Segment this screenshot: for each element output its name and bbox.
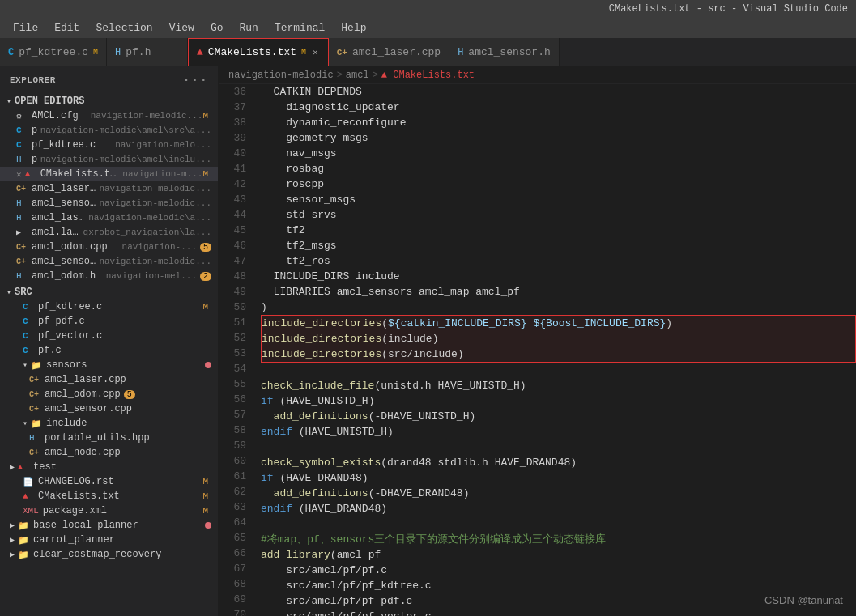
file-name: pf_pdf.c <box>38 316 211 327</box>
folder-base-local-planner[interactable]: ▶ 📁 base_local_planner <box>0 518 218 533</box>
folder-include[interactable]: ▾ 📁 include <box>0 416 218 431</box>
file-name: CHANGELOG.rst <box>38 476 202 487</box>
file-name: pf_kdtree.c <box>32 139 112 151</box>
open-editor-amcl-laser-cpp[interactable]: C+ amcl_laser.cpp navigation-melodic... <box>0 181 218 196</box>
section-open-editors[interactable]: ▾ OPEN EDITORS <box>0 94 218 108</box>
code-line: add_library(amcl_pf <box>261 547 856 563</box>
menu-edit[interactable]: Edit <box>48 20 86 36</box>
menu-selection[interactable]: Selection <box>89 20 159 36</box>
open-editor-amcl-launch[interactable]: ▶ amcl.launch qxrobot_navigation\la... <box>0 225 218 240</box>
folder-carrot-planner[interactable]: ▶ 📁 carrot_planner <box>0 533 218 547</box>
folder-icon: 📁 <box>18 520 29 531</box>
file-path: navigation-melodic\amcl\src\a... <box>40 125 211 135</box>
code-line: endif (HAVE_UNISTD_H) <box>261 424 856 440</box>
menu-terminal[interactable]: Terminal <box>268 20 331 36</box>
open-editor-amcl-sensor-h[interactable]: H amcl_sensor.h navigation-melodic... <box>0 196 218 210</box>
open-editor-amcl-laser-h[interactable]: H amcl_laser.h navigation-melodic\a... <box>0 210 218 225</box>
folder-sensors[interactable]: ▾ 📁 sensors <box>0 358 218 372</box>
menu-view[interactable]: View <box>163 20 201 36</box>
file-amcl-laser-cpp[interactable]: C+ amcl_laser.cpp <box>0 372 218 387</box>
file-name: AMCL.cfg <box>32 110 87 121</box>
file-name: amcl_laser.cpp <box>45 374 126 385</box>
file-cmake-test[interactable]: ▲ CMakeLists.txt M <box>0 489 218 503</box>
arrow-icon: ▾ <box>6 96 11 106</box>
menu-file[interactable]: File <box>6 20 45 36</box>
folder-name: include <box>46 418 211 429</box>
file-name: pf_vector.c <box>38 330 211 342</box>
folder-name: test <box>33 461 211 473</box>
code-line: src/amcl/pf/pf.c <box>261 563 856 578</box>
folder-name: base_local_planner <box>33 520 202 531</box>
menu-go[interactable]: Go <box>204 20 230 36</box>
file-amcl-node-cpp[interactable]: C+ amcl_node.cpp <box>0 445 218 460</box>
tab-amcl-sensor-h[interactable]: H amcl_sensor.h <box>449 38 560 66</box>
open-editor-cmake[interactable]: ✕ ▲ CMakeLists.txt navigation-m... M <box>0 167 218 181</box>
tab-pf-kdtree[interactable]: C pf_kdtree.c M <box>0 38 107 66</box>
open-editor-pf-h[interactable]: H pf.h navigation-melodic\amcl\inclu... <box>0 152 218 167</box>
file-pf-pdf[interactable]: C pf_pdf.c <box>0 314 218 329</box>
file-icon: 📄 <box>23 477 34 487</box>
code-line <box>261 440 856 455</box>
open-editor-amcl-odom-h[interactable]: H amcl_odom.h navigation-mel... 2 <box>0 269 218 283</box>
h-icon: H <box>29 433 40 443</box>
badge-5: 5 <box>124 390 135 399</box>
chevron-right-icon: ▶ <box>10 550 15 559</box>
open-editor-pf-c[interactable]: C pf.c navigation-melodic\amcl\src\a... <box>0 123 218 138</box>
code-area[interactable]: CATKIN_DEPENDS diagnostic_updater dynami… <box>253 84 856 616</box>
h-icon: H <box>16 213 28 223</box>
code-line: if (HAVE_DRAND48) <box>261 470 856 486</box>
tab-label: CMakeLists.txt <box>208 46 296 58</box>
open-editor-amcl-cfg[interactable]: ⚙ AMCL.cfg navigation-melodic... M <box>0 108 218 123</box>
file-amcl-sensor-cpp[interactable]: C+ amcl_sensor.cpp <box>0 401 218 416</box>
menu-run[interactable]: Run <box>232 20 264 36</box>
sidebar: EXPLORER ··· ▾ OPEN EDITORS ⚙ AMCL.cfg n… <box>0 66 219 616</box>
file-pf-c[interactable]: C pf.c <box>0 343 218 358</box>
tab-amcl-laser[interactable]: C+ amcl_laser.cpp <box>329 38 449 66</box>
folder-clear-costmap[interactable]: ▶ 📁 clear_costmap_recovery <box>0 547 218 562</box>
open-editor-amcl-odom[interactable]: C+ amcl_odom.cpp navigation-... 5 <box>0 240 218 254</box>
close-icon[interactable]: ✕ <box>311 46 320 58</box>
tab-pf-h[interactable]: H pf.h <box>107 38 188 66</box>
tab-modified: M <box>301 48 306 57</box>
watermark-text: CSDN @tanunat <box>764 594 843 606</box>
launch-icon: ▶ <box>16 227 28 237</box>
code-line: include_directories(${catkin_INCLUDE_DIR… <box>261 315 856 331</box>
tab-modified: M <box>93 48 98 57</box>
main-layout: EXPLORER ··· ▾ OPEN EDITORS ⚙ AMCL.cfg n… <box>0 66 856 616</box>
tab-label: amcl_laser.cpp <box>352 46 441 58</box>
c-icon: C <box>23 316 34 326</box>
breadcrumb-sep2: > <box>373 70 378 81</box>
section-label-text: SRC <box>15 287 32 298</box>
file-portable-utils[interactable]: H portable_utils.hpp <box>0 431 218 445</box>
file-name: portable_utils.hpp <box>45 432 150 444</box>
title-text: CMakeLists.txt - src - Visual Studio Cod… <box>609 3 848 15</box>
file-amcl-odom-cpp[interactable]: C+ amcl_odom.cpp 5 <box>0 387 218 401</box>
file-name: amcl_odom.h <box>32 270 103 282</box>
file-path: navigation-melodic\a... <box>88 213 211 223</box>
file-pf-kdtree[interactable]: C pf_kdtree.c M <box>0 300 218 314</box>
file-name: amcl.launch <box>32 227 80 238</box>
file-package-xml[interactable]: XML package.xml M <box>0 503 218 518</box>
file-path: navigation-melodic... <box>99 184 211 193</box>
menu-help[interactable]: Help <box>334 20 373 36</box>
file-changelog[interactable]: 📄 CHANGELOG.rst M <box>0 474 218 489</box>
code-line: LIBRARIES amcl_sensors amcl_map amcl_pf <box>261 284 856 300</box>
file-pf-vector[interactable]: C pf_vector.c <box>0 329 218 343</box>
open-editor-pf-kdtree[interactable]: C pf_kdtree.c navigation-melo... <box>0 138 218 152</box>
cpp-icon: C+ <box>29 448 40 457</box>
h-icon: H <box>16 271 28 281</box>
close-icon[interactable]: ✕ <box>16 169 22 180</box>
cpp-icon: C+ <box>16 185 28 193</box>
file-path: navigation-m... <box>122 169 202 179</box>
file-name: amcl_sensor.h <box>32 198 96 209</box>
explorer-menu-button[interactable]: ··· <box>182 73 208 87</box>
c-icon: C <box>16 125 28 135</box>
section-src[interactable]: ▾ SRC <box>0 285 218 300</box>
c-icon: C <box>23 331 34 341</box>
cpp-icon: C+ <box>29 390 40 399</box>
open-editor-amcl-sensor-cpp[interactable]: C+ amcl_sensor.cpp navigation-melodic... <box>0 254 218 269</box>
folder-icon: 📁 <box>31 360 42 371</box>
tab-cmake[interactable]: ▲ CMakeLists.txt M ✕ <box>188 38 329 66</box>
h-icon: H <box>16 198 28 208</box>
folder-test[interactable]: ▶ ▲ test <box>0 460 218 474</box>
